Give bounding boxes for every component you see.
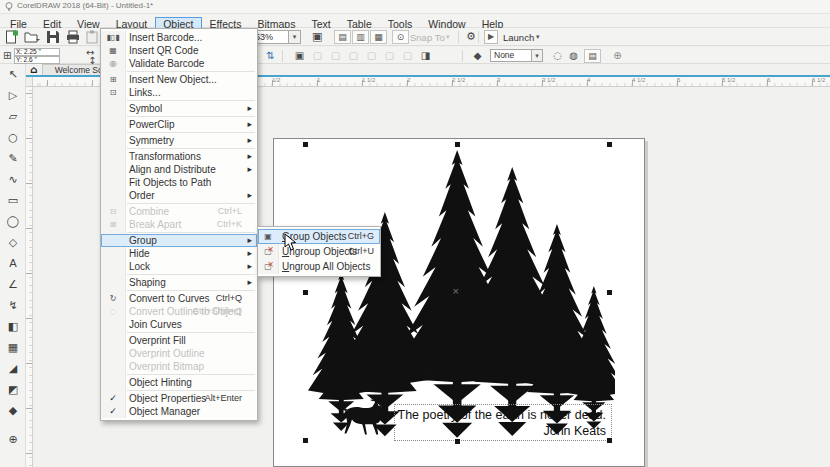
save-button[interactable] bbox=[46, 30, 60, 44]
smart-fill-tool[interactable]: ◩ bbox=[0, 379, 26, 400]
menu-item-order[interactable]: Order bbox=[101, 189, 257, 202]
shape-tool[interactable]: ▷ bbox=[0, 85, 26, 106]
front-minus-back-button[interactable]: ▢ bbox=[382, 49, 397, 62]
menu-item-powerclip[interactable]: PowerClip bbox=[101, 118, 257, 131]
menu-item-links[interactable]: ⊡ Links... bbox=[101, 86, 257, 99]
connector-tool[interactable]: ↯ bbox=[0, 295, 26, 316]
menu-item-hide[interactable]: Hide bbox=[101, 247, 257, 260]
copy-outline-button[interactable]: ◍ bbox=[566, 49, 581, 62]
menu-bar: FileEditViewLayoutObjectEffectsBitmapsTe… bbox=[0, 14, 830, 28]
menu-item-object-manager[interactable]: ✓ Object Manager bbox=[101, 405, 257, 418]
selection-handle-bottom-center[interactable] bbox=[455, 439, 460, 444]
launch-button[interactable]: Launch bbox=[503, 32, 534, 43]
menu-item-lock[interactable]: Lock bbox=[101, 260, 257, 273]
mesh-fill-tool[interactable]: ▦ bbox=[0, 337, 26, 358]
menu-item-icon: ⊟ bbox=[104, 205, 122, 218]
selection-handle-middle-left[interactable] bbox=[303, 290, 308, 295]
snap-to-caret[interactable]: ▾ bbox=[446, 33, 450, 41]
remove-outline-button[interactable]: ◌ bbox=[550, 49, 565, 62]
menu-item-ungroup-all-objects[interactable]: ▢ Ungroup All Objects bbox=[258, 259, 380, 274]
menu-item-insert-qr-code[interactable]: ▦ Insert QR Code bbox=[101, 44, 257, 57]
menu-item-group[interactable]: Group bbox=[101, 234, 257, 247]
pick-tool[interactable]: ↖ bbox=[0, 64, 26, 85]
object-x-field[interactable]: X: 2.25 " bbox=[14, 48, 60, 56]
eyedropper-tool[interactable]: ◢ bbox=[0, 358, 26, 379]
quote-line-1: The poetry of the earth is never dead. bbox=[395, 407, 606, 423]
rectangle-tool[interactable]: ▭ bbox=[0, 190, 26, 211]
launch-icon[interactable]: ▶ bbox=[484, 30, 498, 44]
paste-button[interactable] bbox=[86, 30, 98, 44]
zoom-tool[interactable]: ○ bbox=[0, 127, 26, 148]
menu-item-join-curves[interactable]: Join Curves bbox=[101, 318, 257, 331]
snap-button[interactable]: ⊙ bbox=[392, 30, 409, 44]
object-position-icon: ⊞ bbox=[3, 50, 11, 62]
simplify-button[interactable]: ▢ bbox=[364, 49, 379, 62]
selection-center-marker[interactable]: × bbox=[452, 286, 460, 296]
text-tool[interactable]: A bbox=[0, 253, 26, 274]
menu-item-icon: ▮▯▮ bbox=[104, 31, 122, 44]
menu-item-convert-outline-to-object[interactable]: ◌ Convert Outline to Object Ctrl+Shift+Q bbox=[101, 305, 257, 318]
menu-item-group-objects[interactable]: ▣ Group Objects Ctrl+G bbox=[258, 229, 380, 244]
menu-item-convert-to-curves[interactable]: ↻ Convert to Curves Ctrl+Q bbox=[101, 292, 257, 305]
menu-item-overprint-outline[interactable]: Overprint Outline bbox=[101, 347, 257, 360]
polygon-tool[interactable]: ◇ bbox=[0, 232, 26, 253]
zoom-dropdown-caret[interactable]: ▾ bbox=[289, 30, 301, 44]
menu-item-symmetry[interactable]: Symmetry bbox=[101, 134, 257, 147]
quote-text-object[interactable]: The poetry of the earth is never dead. J… bbox=[394, 404, 612, 441]
add-property-button[interactable]: ⊕ bbox=[610, 49, 625, 62]
crop-tool[interactable]: ▱ bbox=[0, 106, 26, 127]
outline-width-caret[interactable]: ▾ bbox=[532, 49, 543, 62]
open-document-button[interactable] bbox=[24, 30, 42, 44]
dimension-tool[interactable]: ∠ bbox=[0, 274, 26, 295]
mirror-vertical-button[interactable]: ⇅ bbox=[263, 49, 278, 62]
menu-item-break-apart[interactable]: ⊠ Break Apart Ctrl+K bbox=[101, 218, 257, 231]
launch-caret[interactable]: ▾ bbox=[536, 33, 540, 41]
intersect-button[interactable]: ▢ bbox=[346, 49, 361, 62]
freehand-tool[interactable]: ✎ bbox=[0, 148, 26, 169]
show-rulers-button[interactable]: ▤ bbox=[334, 30, 351, 44]
selection-handle-middle-right[interactable] bbox=[607, 290, 612, 295]
menu-item-overprint-fill[interactable]: Overprint Fill bbox=[101, 334, 257, 347]
fullscreen-preview-button[interactable]: ▣ bbox=[312, 30, 322, 43]
selection-handle-top-center[interactable] bbox=[455, 142, 460, 147]
back-minus-front-button[interactable]: ▢ bbox=[400, 49, 415, 62]
show-grid-button[interactable]: ▥ bbox=[352, 30, 369, 44]
selection-handle-bottom-right[interactable] bbox=[607, 438, 612, 443]
menu-item-insert-barcode[interactable]: ▮▯▮ Insert Barcode... bbox=[101, 31, 257, 44]
menu-item-ungroup-objects[interactable]: ▢ Ungroup Objects Ctrl+U bbox=[258, 244, 380, 259]
outline-pen-tool[interactable]: ◆ bbox=[0, 400, 26, 421]
ellipse-tool[interactable]: ◯ bbox=[0, 211, 26, 232]
menu-item-object-properties[interactable]: ✓ Object Properties Alt+Enter bbox=[101, 392, 257, 405]
trim-button[interactable]: ▢ bbox=[328, 49, 343, 62]
add-tools-button[interactable]: ⊕ bbox=[0, 429, 26, 450]
weld-button[interactable]: ▢ bbox=[310, 49, 325, 62]
print-button[interactable] bbox=[66, 30, 80, 44]
selection-handle-bottom-left[interactable] bbox=[303, 438, 308, 443]
menu-item-object-hinting[interactable]: Object Hinting bbox=[101, 376, 257, 389]
new-document-button[interactable] bbox=[5, 30, 19, 44]
selection-handle-top-right[interactable] bbox=[607, 142, 612, 147]
snap-to-dropdown[interactable]: Snap To bbox=[410, 32, 445, 43]
options-gear-icon[interactable]: ⚙ bbox=[466, 30, 476, 43]
home-tab-icon[interactable]: ⌂ bbox=[30, 64, 37, 75]
wrap-text-button[interactable]: ▤ bbox=[584, 49, 601, 63]
create-boundary-button[interactable]: ◨ bbox=[418, 49, 433, 62]
menu-item-insert-new-object[interactable]: ⊞ Insert New Object... bbox=[101, 73, 257, 86]
menu-item-icon: ◌ bbox=[104, 305, 122, 318]
menu-item-fit-objects-to-path[interactable]: Fit Objects to Path bbox=[101, 176, 257, 189]
artwork-deer[interactable] bbox=[337, 398, 395, 443]
menu-item-overprint-bitmap[interactable]: Overprint Bitmap bbox=[101, 360, 257, 373]
selection-handle-top-left[interactable] bbox=[303, 142, 308, 147]
menu-item-validate-barcode[interactable]: ◎ Validate Barcode bbox=[101, 57, 257, 70]
object-y-field[interactable]: Y: 2.6 " bbox=[14, 56, 60, 64]
show-guidelines-button[interactable]: ▦ bbox=[370, 30, 387, 44]
interactive-fill-tool[interactable]: ◧ bbox=[0, 316, 26, 337]
menu-item-align-and-distribute[interactable]: Align and Distribute bbox=[101, 163, 257, 176]
group-objects-button[interactable]: ▣ bbox=[292, 49, 307, 62]
artistic-media-tool[interactable]: ∿ bbox=[0, 169, 26, 190]
menu-item-shaping[interactable]: Shaping bbox=[101, 276, 257, 289]
menu-item-transformations[interactable]: Transformations bbox=[101, 150, 257, 163]
outline-width-select[interactable]: None bbox=[490, 49, 532, 62]
menu-item-symbol[interactable]: Symbol bbox=[101, 102, 257, 115]
menu-item-combine[interactable]: ⊟ Combine Ctrl+L bbox=[101, 205, 257, 218]
